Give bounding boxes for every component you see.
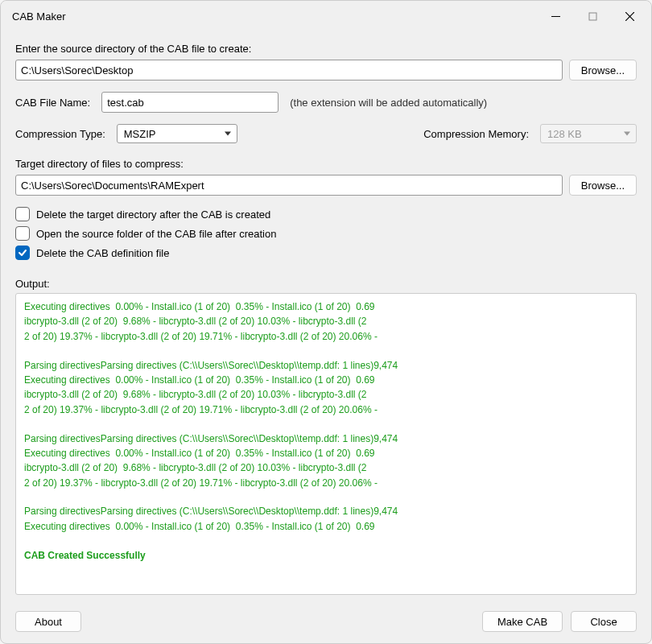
maximize-button[interactable] [574,3,611,29]
about-button[interactable]: About [15,611,81,632]
open-source-label: Open the source folder of the CAB file a… [36,228,276,240]
close-window-button[interactable] [611,3,648,29]
cab-name-hint: (the extension will be added automatical… [290,97,487,109]
delete-target-label: Delete the target directory after the CA… [36,208,270,221]
target-dir-label: Target directory of files to compress: [15,158,637,170]
delete-def-label: Delete the CAB definition file [36,247,169,259]
footer: About Make CAB Close [1,603,651,643]
cab-name-input[interactable] [101,92,279,113]
output-textarea[interactable]: Executing directives 0.00% - Install.ico… [15,293,637,595]
target-dir-input[interactable] [15,175,563,196]
delete-target-checkbox[interactable] [15,207,30,221]
source-dir-label: Enter the source directory of the CAB fi… [15,43,637,55]
titlebar: CAB Maker [1,1,651,31]
minimize-button[interactable] [537,3,574,29]
app-window: CAB Maker Enter the source directory of … [0,0,652,644]
output-success: CAB Created Successfully [24,550,146,561]
cab-name-label: CAB File Name: [15,97,90,109]
delete-def-checkbox[interactable] [15,246,30,260]
target-browse-button[interactable]: Browse... [569,175,637,196]
compression-memory-label: Compression Memory: [423,128,529,140]
compression-type-label: Compression Type: [15,128,105,140]
open-source-checkbox[interactable] [15,226,30,241]
content-area: Enter the source directory of the CAB fi… [1,31,651,603]
checkmark-icon [18,248,27,258]
minimize-icon [551,12,560,21]
window-title: CAB Maker [12,10,65,23]
close-icon [625,12,634,21]
close-button[interactable]: Close [571,611,637,632]
compression-memory-select: 128 KB [540,124,637,143]
svg-rect-1 [589,13,596,20]
output-label: Output: [15,278,637,290]
make-cab-button[interactable]: Make CAB [482,611,563,632]
source-browse-button[interactable]: Browse... [569,60,637,80]
compression-type-select[interactable]: MSZIP [117,124,237,143]
maximize-icon [588,12,597,21]
source-dir-input[interactable] [15,60,563,80]
